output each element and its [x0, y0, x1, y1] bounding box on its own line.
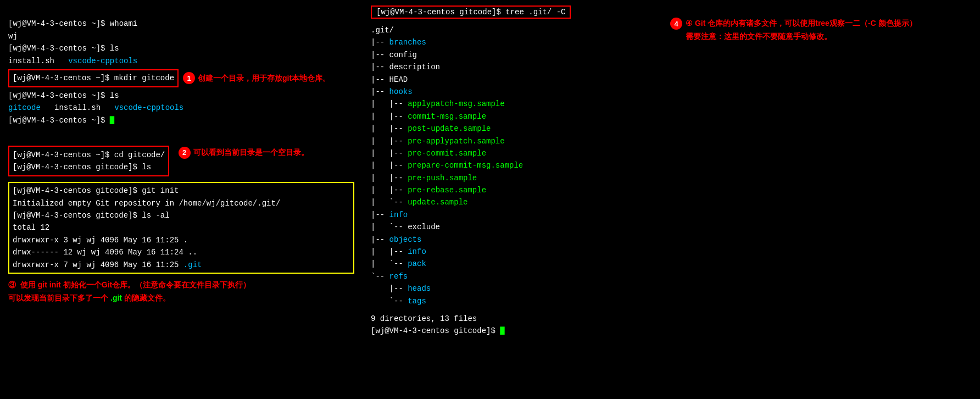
right-panel: [wj@VM-4-3-centos gitcode]$ tree .git/ -…	[363, 0, 980, 399]
ls3-cmd: [wj@VM-4-3-centos gitcode]$ ls	[13, 161, 165, 173]
dir-dot: drwxrwxr-x 3 wj wj 4096 May 16 11:25 .	[13, 234, 350, 246]
git-init-cmd: [wj@VM-4-3-centos gitcode]$ git init	[13, 185, 350, 197]
tree-config: |-- config	[371, 49, 972, 61]
tree-applypatch: | |-- applypatch-msg.sample	[371, 98, 972, 110]
tree-heads: |-- heads	[371, 282, 972, 295]
tree-post-update: | |-- post-update.sample	[371, 123, 972, 135]
tree-refs: `-- refs	[371, 270, 972, 282]
tree-summary: 9 directories, 13 files	[371, 313, 972, 325]
git-init-out: Initialized empty Git repository in /hom…	[13, 197, 350, 209]
mkdir-cmd-box: [wj@VM-4-3-centos ~]$ mkdir gitcode	[8, 69, 179, 87]
tree-pre-applypatch: | |-- pre-applypatch.sample	[371, 135, 972, 147]
note3-block: ③ 使用 git init 初始化一个Git仓库。（注意命令要在文件目录下执行）…	[8, 279, 354, 304]
annotation-2: 2	[179, 147, 191, 159]
note4-line2: 需要注意：这里的文件不要随意手动修改。	[686, 32, 832, 41]
tree-summary-section: 9 directories, 13 files [wj@VM-4-3-cento…	[371, 313, 972, 337]
tree-cmd-box: [wj@VM-4-3-centos gitcode]$ tree .git/ -…	[371, 5, 571, 19]
ls-cmd: [wj@VM-4-3-centos ~]$ ls	[8, 42, 354, 54]
tree-hooks: |-- hooks	[371, 86, 972, 98]
ls-out: install.sh vscode-cpptools	[8, 55, 354, 67]
whoami-out: wj	[8, 30, 354, 42]
cd-note: 可以看到当前目录是一个空目录。	[193, 147, 309, 158]
whoami-cmd: [wj@VM-4-3-centos ~]$ whoami	[8, 18, 354, 30]
tree-info: |-- info	[371, 209, 972, 221]
tree-pre-rebase: | |-- pre-rebase.sample	[371, 184, 972, 196]
cd-cmd: [wj@VM-4-3-centos ~]$ cd gitcode/	[13, 149, 165, 161]
blank-line	[8, 5, 354, 18]
tree-prepare-commit: | |-- prepare-commit-msg.sample	[371, 159, 972, 171]
note3-line2: 可以发现当前目录下多了一个 .git 的隐藏文件。	[8, 292, 354, 304]
ls-al-cmd: [wj@VM-4-3-centos gitcode]$ ls -al	[13, 209, 350, 221]
tree-exclude: | `-- exclude	[371, 221, 972, 233]
tree-commit-msg: | |-- commit-msg.sample	[371, 110, 972, 123]
git-init-box: [wj@VM-4-3-centos gitcode]$ git init Ini…	[8, 182, 354, 274]
annotation-4-block: 4 ④ Git 仓库的内有诸多文件，可以使用tree观察一二（-C 颜色提示） …	[670, 18, 917, 42]
tree-pre-commit: | |-- pre-commit.sample	[371, 147, 972, 159]
annotation-4: 4	[670, 18, 682, 30]
tree-tags: `-- tags	[371, 295, 972, 307]
note4-line1: ④ Git 仓库的内有诸多文件，可以使用tree观察一二（-C 颜色提示）	[686, 19, 917, 29]
dir-dotgit: drwxrwxr-x 7 wj wj 4096 May 16 11:25 .gi…	[13, 259, 350, 271]
tree-objects-pack: | `-- pack	[371, 258, 972, 270]
tree-description: |-- description	[371, 61, 972, 73]
tree-update: | `-- update.sample	[371, 196, 972, 208]
total-line: total 12	[13, 221, 350, 234]
tree-head: |-- HEAD	[371, 74, 972, 86]
annotation-1: 1	[183, 72, 195, 84]
cd-section-box: [wj@VM-4-3-centos ~]$ cd gitcode/ [wj@VM…	[8, 146, 169, 177]
last-prompt1: [wj@VM-4-3-centos ~]$ █	[8, 114, 354, 126]
note3-line1: ③ 使用 git init 初始化一个Git仓库。（注意命令要在文件目录下执行）	[8, 279, 354, 291]
left-panel: [wj@VM-4-3-centos ~]$ whoami wj [wj@VM-4…	[0, 0, 363, 399]
note4-line2-row: 需要注意：这里的文件不要随意手动修改。	[686, 32, 917, 42]
tree-pre-push: | |-- pre-push.sample	[371, 172, 972, 184]
ls2-cmd: [wj@VM-4-3-centos ~]$ ls	[8, 90, 354, 102]
tree-objects: |-- objects	[371, 234, 972, 246]
mkdir-section: [wj@VM-4-3-centos ~]$ mkdir gitcode 1 创建…	[8, 68, 354, 88]
ls2-out: gitcode install.sh vscode-cpptools	[8, 102, 354, 114]
blank2	[8, 132, 354, 144]
tree-output: .git/ |-- branches |-- config |-- descri…	[371, 24, 972, 307]
mkdir-note: 创建一个目录，用于存放git本地仓库。	[198, 73, 330, 84]
last-prompt-right: [wj@VM-4-3-centos gitcode]$ █	[371, 325, 972, 337]
dir-dotdot: drwx------ 12 wj wj 4096 May 16 11:24 ..	[13, 246, 350, 258]
tree-cmd-text: [wj@VM-4-3-centos gitcode]$ tree .git/ -…	[376, 8, 565, 16]
tree-objects-info: | |-- info	[371, 246, 972, 258]
note4-line1-row: 4 ④ Git 仓库的内有诸多文件，可以使用tree观察一二（-C 颜色提示）	[670, 18, 917, 30]
